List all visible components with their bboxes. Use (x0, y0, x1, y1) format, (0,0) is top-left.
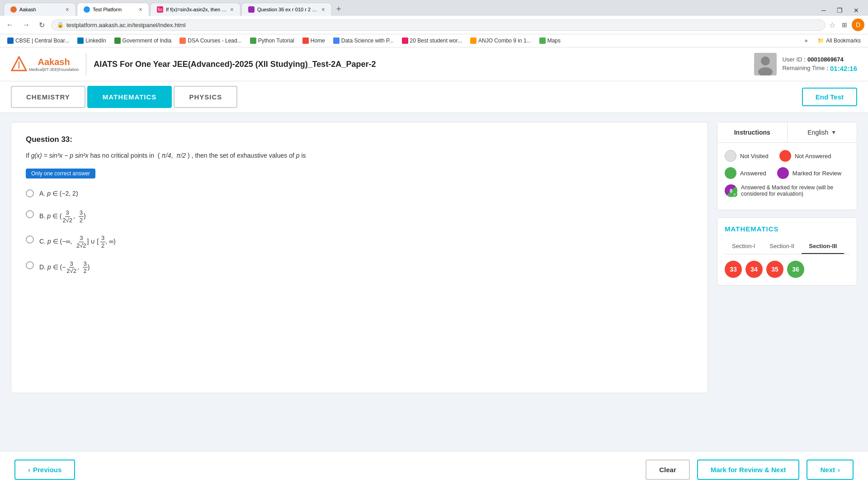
section-tab-i[interactable]: Section-I (725, 239, 762, 254)
section-tab-iii[interactable]: Section-III (802, 239, 844, 254)
bookmark-icon-py (250, 38, 256, 44)
not-visited-circle (725, 150, 736, 162)
browser-tab-platform[interactable]: Test Platform× (77, 3, 149, 16)
bookmark-py[interactable]: Python Tutorial (246, 36, 298, 45)
bookmark-label-g: Data Science with P... (341, 38, 394, 44)
forward-button[interactable]: → (20, 20, 33, 30)
bookmark-label-anjo: ANJO Combo 9 in 1... (478, 38, 531, 44)
logo: Aakash Medical|IIT-JEE|Foundation (11, 56, 79, 72)
all-bookmarks-button[interactable]: 📁All Bookmarks (814, 36, 864, 45)
tab-chemistry[interactable]: CHEMISTRY (11, 86, 85, 108)
bookmark-g[interactable]: Data Science with P... (330, 36, 397, 45)
tab-favicon-q36 (248, 6, 255, 13)
tab-close-platform[interactable]: × (139, 6, 142, 13)
tab-label-aakash: Aakash (19, 7, 63, 12)
end-test-button[interactable]: End Test (802, 88, 857, 106)
profile-button[interactable]: D (852, 19, 864, 31)
bookmark-anjo[interactable]: ANJO Combo 9 in 1... (467, 36, 535, 45)
question-number-34[interactable]: 34 (745, 261, 763, 278)
bookmark-li[interactable]: LinkedIn (74, 36, 109, 45)
language-dropdown[interactable]: English ▼ (788, 124, 857, 141)
tab-close-aakash[interactable]: × (66, 6, 69, 13)
option-row-a: A. p ∈ (−2, 2) (26, 188, 693, 198)
exam-title: AIATS For One Year JEE(Advanced)-2025 (X… (94, 60, 376, 69)
answered-label: Answered (740, 170, 766, 177)
browser-tab-aakash[interactable]: Aakash× (4, 3, 76, 16)
window-controls: ─ ❐ ✕ (816, 5, 864, 16)
svg-point-3 (761, 56, 770, 66)
section-subject-title: MATHEMATICS (725, 225, 849, 233)
math-p: p (296, 152, 300, 159)
app-wrapper: Aakash Medical|IIT-JEE|Foundation AIATS … (0, 47, 868, 483)
bookmark-gov[interactable]: Government of India (111, 36, 175, 45)
browser-tab-q36[interactable]: Question 36 ex r 010 r 2 xr 11x10× (241, 3, 332, 16)
option-radio-b[interactable] (26, 210, 34, 218)
refresh-button[interactable]: ↻ (36, 20, 47, 30)
tab-label-platform: Test Platform (93, 7, 136, 12)
option-row-d: D. p ∈ (− 3 2√2 , 3 2 ) (26, 260, 693, 275)
next-button[interactable]: Next › (807, 460, 854, 480)
bookmark-icon-li (77, 38, 84, 44)
bookmark-maps[interactable]: Maps (536, 36, 564, 45)
new-tab-button[interactable]: + (333, 3, 345, 16)
close-button[interactable]: ✕ (848, 5, 864, 16)
browser-tab-fio[interactable]: fioIf f(x)=sin3x-asin2x, then find a× (150, 3, 241, 16)
bookmark-label-cbse: CBSE | Central Boar... (15, 38, 69, 44)
bookmark-cbse[interactable]: CBSE | Central Boar... (4, 36, 73, 45)
legend-answered-marked: 8 Answered & Marked for review (will be … (725, 184, 849, 197)
extensions-button[interactable]: ⊞ (839, 19, 850, 31)
section-tab-ii[interactable]: Section-II (762, 239, 802, 254)
question-text: If g(x) = sin³x − p sin²x has no critica… (26, 150, 693, 161)
question-title: Question 33: (26, 135, 693, 144)
option-radio-c[interactable] (26, 235, 34, 244)
bookmark-s[interactable]: 20 Best student wor... (398, 36, 466, 45)
option-label-d: D. p ∈ (− 3 2√2 , 3 2 ) (39, 260, 90, 275)
option-radio-d[interactable] (26, 261, 34, 269)
back-button[interactable]: ← (4, 20, 16, 30)
user-id-value: 00010869674 (807, 56, 844, 63)
question-tag: Only one correct answer (26, 169, 95, 178)
tab-close-fio[interactable]: × (230, 6, 234, 13)
bookmark-icon-gov (114, 38, 121, 44)
bookmark-dsa[interactable]: DSA Courses - Lead... (176, 36, 245, 45)
main-layout: Question 33: If g(x) = sin³x − p sin²x h… (0, 113, 868, 434)
tab-mathematics[interactable]: MATHEMATICS (87, 86, 172, 108)
address-bar[interactable]: 🔒 testplatform.aakash.ac.in/testpanel/in… (51, 19, 826, 31)
avatar (754, 53, 777, 75)
bookmarks-more-button[interactable]: » (801, 36, 811, 45)
question-number-33[interactable]: 33 (725, 261, 742, 278)
bookmark-icon-cbse (7, 38, 14, 44)
bookmark-yt[interactable]: Home (299, 36, 329, 45)
bookmark-label-gov: Government of India (123, 38, 172, 44)
bookmark-label-yt: Home (311, 38, 325, 44)
bookmark-icon-dsa (179, 38, 186, 44)
bookmark-label-maps: Maps (547, 38, 561, 44)
mark-review-next-button[interactable]: Mark for Review & Next (697, 460, 800, 480)
tab-label-fio: If f(x)=sin3x-asin2x, then find a (166, 7, 227, 12)
not-visited-label: Not Visited (740, 153, 769, 160)
option-radio-a[interactable] (26, 189, 34, 197)
minimize-button[interactable]: ─ (816, 5, 831, 16)
bookmark-star-button[interactable]: ☆ (829, 21, 835, 29)
question-number-35[interactable]: 35 (766, 261, 783, 278)
previous-button[interactable]: ‹ Previous (14, 460, 75, 480)
option-row-c: C. p ∈ (−∞, 3 2√2 ] ∪ [ 3 2 , ∞) (26, 235, 693, 249)
tab-close-q36[interactable]: × (321, 6, 325, 13)
question-number-36[interactable]: 36 (787, 261, 804, 278)
maximize-button[interactable]: ❐ (831, 5, 848, 16)
logo-divider (86, 53, 86, 75)
tab-physics[interactable]: PHYSICS (174, 86, 237, 108)
bookmark-icon-yt (302, 38, 309, 44)
clear-button[interactable]: Clear (646, 460, 690, 480)
legend-row-3: 8 Answered & Marked for review (will be … (725, 184, 849, 197)
sidebar: Instructions English ▼ Not Visited (717, 122, 857, 393)
logo-sub: Medical|IIT-JEE|Foundation (29, 67, 79, 72)
legend-answered: Answered (725, 167, 766, 179)
bookmarks-folder-icon: 📁 (817, 38, 824, 44)
option-label-c: C. p ∈ (−∞, 3 2√2 ] ∪ [ 3 2 , ∞) (39, 235, 116, 249)
answered-marked-circle: 8 (725, 184, 737, 197)
logo-section: Aakash Medical|IIT-JEE|Foundation AIATS … (11, 53, 376, 75)
math-interval: ( π/4, π/2 ) (156, 152, 192, 159)
legend-not-visited: Not Visited (725, 150, 769, 162)
instructions-button[interactable]: Instructions (717, 122, 788, 142)
